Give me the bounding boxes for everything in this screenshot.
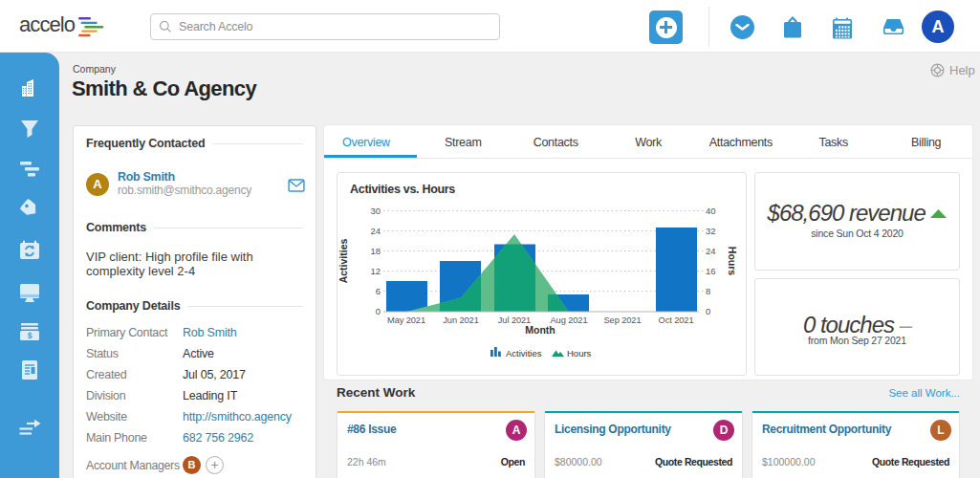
svg-text:6: 6 xyxy=(376,286,381,296)
svg-text:Oct 2021: Oct 2021 xyxy=(659,315,694,325)
svg-text:0: 0 xyxy=(706,306,710,316)
svg-text:18: 18 xyxy=(370,246,381,256)
svg-text:24: 24 xyxy=(370,226,381,236)
svg-text:8: 8 xyxy=(706,286,710,296)
svg-text:40: 40 xyxy=(706,206,716,216)
svg-text:30: 30 xyxy=(370,206,381,216)
svg-text:Hours: Hours xyxy=(567,348,592,358)
svg-text:Month: Month xyxy=(525,324,555,336)
svg-text:16: 16 xyxy=(706,266,716,276)
svg-text:0: 0 xyxy=(376,306,381,316)
svg-text:May 2021: May 2021 xyxy=(387,315,425,325)
svg-text:Sep 2021: Sep 2021 xyxy=(603,315,641,325)
svg-text:Activities: Activities xyxy=(506,348,542,358)
svg-text:Activities vs. Hours: Activities vs. Hours xyxy=(350,183,455,196)
svg-text:$: $ xyxy=(28,331,33,340)
svg-text:12: 12 xyxy=(370,266,381,276)
svg-text:Hours: Hours xyxy=(727,247,738,275)
svg-text:32: 32 xyxy=(706,226,716,236)
svg-text:Aug 2021: Aug 2021 xyxy=(550,315,587,325)
svg-text:24: 24 xyxy=(706,246,716,256)
svg-text:Jun 2021: Jun 2021 xyxy=(443,315,478,325)
svg-text:Activities: Activities xyxy=(338,238,349,283)
